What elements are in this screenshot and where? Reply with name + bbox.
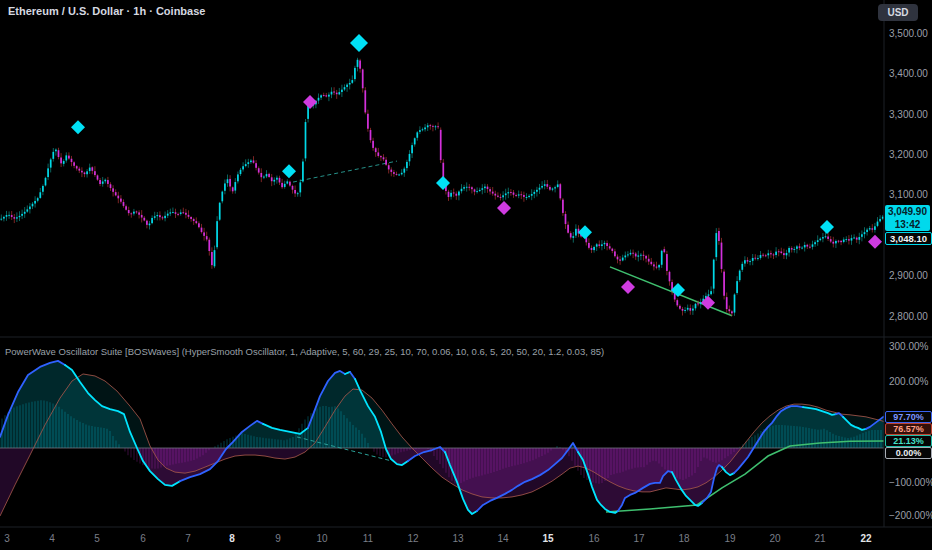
- currency-toggle-button[interactable]: USD: [878, 4, 918, 21]
- price-tick: 2,900.00: [889, 270, 928, 281]
- signal-diamond-cyan: [820, 220, 834, 234]
- oscillator-title[interactable]: PowerWave Oscillator Suite [BOSWaves] (H…: [5, 346, 604, 357]
- osc-tick: 300.00%: [889, 341, 928, 352]
- last-price-label: 3,049.90 13:42: [885, 205, 930, 231]
- price-tick: 3,200.00: [889, 149, 928, 160]
- osc-wave-value-label: 21.13%: [885, 435, 932, 447]
- time-tick: 9: [275, 533, 281, 544]
- trading-chart-app: Ethereum / U.S. Dollar · 1h · Coinbase U…: [0, 0, 932, 550]
- time-tick: 5: [94, 533, 100, 544]
- osc-tick: 200.00%: [889, 376, 928, 387]
- signal-diamond-cyan: [578, 225, 592, 239]
- time-tick: 10: [316, 533, 327, 544]
- price-tick: 3,500.00: [889, 28, 928, 39]
- signal-diamond-magenta: [621, 280, 635, 294]
- signal-diamond-cyan: [71, 120, 85, 134]
- signal-diamond-cyan: [671, 283, 685, 297]
- time-tick: 8: [229, 533, 235, 544]
- time-tick: 3: [4, 533, 10, 544]
- time-tick: 7: [185, 533, 191, 544]
- time-tick: 11: [363, 533, 373, 544]
- osc-zero-label: 0.00%: [885, 447, 932, 459]
- signal-diamond-magenta: [497, 201, 511, 215]
- time-tick: 19: [724, 533, 735, 544]
- symbol-title[interactable]: Ethereum / U.S. Dollar · 1h · Coinbase: [8, 5, 205, 17]
- signal-diamond-cyan: [436, 176, 450, 190]
- signal-diamond-magenta: [868, 235, 882, 249]
- price-tick: 3,100.00: [889, 189, 928, 200]
- time-tick: 17: [633, 533, 644, 544]
- time-tick: 22: [860, 533, 871, 544]
- price-tick: 2,800.00: [889, 311, 928, 322]
- price-tick: 3,400.00: [889, 68, 928, 79]
- osc-signal-value-label: 76.57%: [885, 423, 932, 435]
- signal-diamond-cyan: [350, 34, 368, 52]
- osc-tick: −200.00%: [889, 510, 932, 521]
- chart-canvas[interactable]: [0, 0, 932, 550]
- prev-close-label: 3,048.10: [885, 232, 932, 245]
- time-tick: 14: [497, 533, 508, 544]
- time-tick: 21: [814, 533, 825, 544]
- time-tick: 13: [452, 533, 463, 544]
- signal-diamond-magenta: [303, 95, 317, 109]
- price-pane: [0, 34, 883, 316]
- last-price-value: 3,049.90: [885, 205, 930, 218]
- time-tick: 18: [678, 533, 689, 544]
- signal-diamond-cyan: [282, 164, 296, 178]
- time-tick: 20: [769, 533, 780, 544]
- time-tick: 12: [407, 533, 418, 544]
- oscillator-pane: [0, 361, 886, 516]
- time-tick: 16: [588, 533, 599, 544]
- osc-main-value-label: 97.70%: [885, 411, 932, 423]
- osc-tick: −100.00%: [889, 477, 932, 488]
- time-tick: 6: [140, 533, 146, 544]
- price-tick: 3,300.00: [889, 109, 928, 120]
- time-tick: 15: [542, 533, 553, 544]
- time-tick: 4: [49, 533, 55, 544]
- bar-countdown: 13:42: [885, 218, 930, 231]
